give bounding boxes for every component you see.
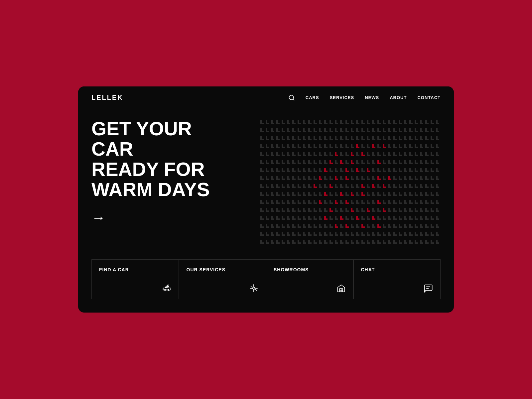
pattern-cell	[266, 230, 270, 236]
pattern-cell	[271, 238, 276, 244]
svg-point-3	[164, 289, 166, 291]
pattern-cell	[287, 222, 292, 228]
pattern-cell	[340, 206, 345, 212]
pattern-cell	[260, 222, 265, 228]
pattern-cell	[351, 183, 355, 188]
pattern-cell	[308, 135, 313, 140]
nav-news[interactable]: NEWS	[365, 95, 379, 100]
pattern-cell	[383, 183, 387, 188]
garage-icon	[336, 284, 346, 293]
pattern-cell	[404, 175, 409, 180]
pattern-cell	[345, 159, 350, 164]
pattern-cell	[393, 214, 398, 220]
pattern-cell	[436, 183, 441, 188]
pattern-cell	[266, 199, 270, 204]
pattern-cell	[324, 151, 329, 156]
pattern-cell	[335, 199, 339, 204]
pattern-cell	[377, 230, 382, 236]
pattern-cell	[367, 206, 371, 212]
pattern-cell	[436, 135, 441, 140]
pattern-cell	[377, 191, 382, 196]
card-our-services[interactable]: OUR SERVICES	[179, 259, 266, 299]
pattern-cell	[404, 151, 409, 156]
pattern-cell	[383, 214, 387, 220]
card-find-a-car-title: FIND A CAR	[99, 267, 171, 272]
pattern-cell	[345, 167, 350, 172]
pattern-cell	[383, 199, 387, 204]
pattern-cell	[409, 214, 414, 220]
pattern-cell	[276, 222, 281, 228]
pattern-cell	[372, 214, 377, 220]
pattern-cell	[388, 151, 393, 156]
search-button[interactable]	[288, 94, 295, 101]
pattern-cell	[399, 175, 403, 180]
pattern-cell	[271, 159, 276, 164]
card-chat[interactable]: CHAT	[353, 259, 441, 299]
pattern-cell	[271, 175, 276, 180]
pattern-cell	[372, 206, 377, 212]
pattern-cell	[377, 159, 382, 164]
pattern-cell	[393, 183, 398, 188]
nav-cars[interactable]: CARS	[306, 95, 319, 100]
pattern-cell	[298, 135, 302, 140]
pattern-cell	[436, 159, 441, 164]
pattern-cell	[340, 127, 345, 132]
pattern-cell	[308, 199, 313, 204]
pattern-cell	[393, 238, 398, 244]
pattern-cell	[388, 143, 393, 148]
pattern-cell	[303, 238, 308, 244]
pattern-cell	[425, 206, 430, 212]
pattern-cell	[292, 143, 297, 148]
nav-services[interactable]: SERVICES	[330, 95, 354, 100]
card-find-a-car[interactable]: FIND A CAR	[91, 259, 179, 299]
pattern-cell	[303, 199, 308, 204]
pattern-cell	[372, 119, 377, 124]
pattern-cell	[298, 238, 302, 244]
pattern-cell	[404, 183, 409, 188]
pattern-cell	[282, 119, 286, 124]
pattern-cell	[340, 175, 345, 180]
pattern-cell	[330, 222, 334, 228]
pattern-cell	[260, 135, 265, 140]
pattern-cell	[319, 167, 324, 172]
pattern-cell	[303, 191, 308, 196]
pattern-cell	[335, 159, 339, 164]
pattern-cell	[303, 230, 308, 236]
pattern-cell	[383, 167, 387, 172]
pattern-cell	[340, 238, 345, 244]
pattern-cell	[388, 199, 393, 204]
pattern-cell	[404, 222, 409, 228]
pattern-cell	[308, 238, 313, 244]
pattern-cell	[383, 191, 387, 196]
pattern-cell	[324, 183, 329, 188]
pattern-cell	[404, 230, 409, 236]
pattern-cell	[314, 206, 318, 212]
card-our-services-title: OUR SERVICES	[187, 267, 259, 272]
pattern-cell	[436, 143, 441, 148]
pattern-cell	[425, 143, 430, 148]
pattern-cell	[266, 222, 270, 228]
pattern-cell	[377, 199, 382, 204]
pattern-cell	[361, 230, 366, 236]
pattern-cell	[420, 159, 425, 164]
pattern-cell	[335, 151, 339, 156]
pattern-cell	[351, 238, 355, 244]
pattern-cell	[260, 119, 265, 124]
pattern-cell	[282, 230, 286, 236]
nav-contact[interactable]: CONTACT	[417, 95, 441, 100]
pattern-cell	[319, 214, 324, 220]
pattern-cell	[287, 167, 292, 172]
pattern-cell	[324, 238, 329, 244]
pattern-cell	[345, 143, 350, 148]
pattern-cell	[356, 191, 361, 196]
pattern-cell	[260, 199, 265, 204]
pattern-cell	[393, 127, 398, 132]
pattern-cell	[276, 167, 281, 172]
card-showrooms[interactable]: SHOWROOMS	[266, 259, 353, 299]
pattern-cell	[367, 230, 371, 236]
pattern-cell	[436, 199, 441, 204]
pattern-cell	[388, 183, 393, 188]
hero-arrow-button[interactable]: →	[91, 210, 105, 226]
nav-about[interactable]: ABOUT	[390, 95, 407, 100]
svg-line-1	[293, 99, 294, 100]
